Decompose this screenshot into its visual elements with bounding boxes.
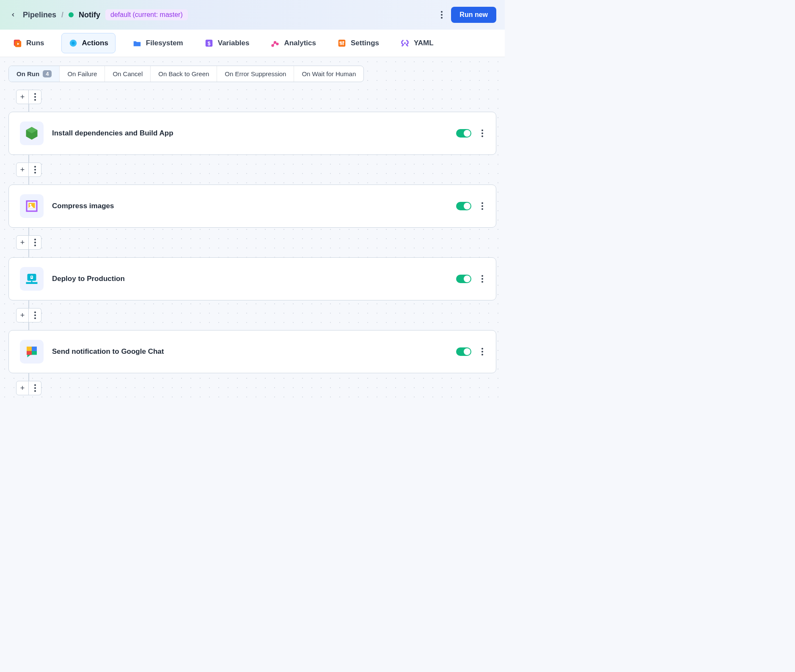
header-more-button[interactable] <box>437 8 446 22</box>
yaml-icon <box>400 39 410 48</box>
add-action-row: + <box>16 235 496 250</box>
action-more-button[interactable] <box>480 273 485 284</box>
svg-rect-33 <box>27 351 32 355</box>
add-action-button[interactable]: + <box>16 235 29 250</box>
action-more-button[interactable] <box>480 346 485 357</box>
tab-actions[interactable]: Actions <box>61 33 116 53</box>
tab-variables[interactable]: $ Variables <box>200 30 254 56</box>
more-vertical-icon <box>441 11 443 19</box>
tab-settings[interactable]: Settings <box>333 30 383 56</box>
trigger-on-error-suppression[interactable]: On Error Suppression <box>217 66 294 82</box>
action-card[interactable]: Compress images <box>8 185 496 228</box>
action-label: Install dependencies and Build App <box>52 129 448 138</box>
more-vertical-icon <box>34 93 36 101</box>
more-vertical-icon <box>481 202 483 210</box>
status-dot-icon <box>69 12 74 17</box>
action-card[interactable]: Install dependencies and Build App <box>8 112 496 155</box>
variables-icon: $ <box>204 39 214 48</box>
more-vertical-icon <box>34 166 36 174</box>
add-action-button[interactable]: + <box>16 308 29 322</box>
add-action-button[interactable]: + <box>16 162 29 177</box>
trigger-on-cancel[interactable]: On Cancel <box>105 66 151 82</box>
tab-yaml[interactable]: YAML <box>396 30 438 56</box>
trigger-tabs: On Run 4 On Failure On Cancel On Back to… <box>8 66 364 82</box>
action-card[interactable]: Deploy to Production <box>8 257 496 300</box>
header: Pipelines / Notify default (current: mas… <box>0 0 505 30</box>
svg-line-10 <box>273 43 275 45</box>
action-enabled-toggle[interactable] <box>456 347 471 356</box>
pipeline-name: Notify <box>79 11 100 19</box>
action-label: Deploy to Production <box>52 275 448 283</box>
breadcrumb: Pipelines / Notify <box>23 11 100 19</box>
add-action-row: + <box>16 162 496 177</box>
add-action-more-button[interactable] <box>29 90 41 104</box>
action-enabled-toggle[interactable] <box>456 129 471 138</box>
svg-point-7 <box>272 44 274 47</box>
content-area: On Run 4 On Failure On Cancel On Back to… <box>0 57 505 404</box>
google-chat-icon <box>20 340 44 364</box>
action-enabled-toggle[interactable] <box>456 202 471 210</box>
runs-icon <box>13 39 22 48</box>
svg-point-16 <box>340 41 341 43</box>
tab-runs[interactable]: Runs <box>8 30 49 56</box>
tab-label: Settings <box>351 39 379 47</box>
actions-flow: + Install dependencies and Build App + C… <box>8 90 496 395</box>
action-more-button[interactable] <box>480 201 485 212</box>
add-action-button[interactable]: + <box>16 90 29 104</box>
action-more-button[interactable] <box>480 128 485 139</box>
svg-rect-31 <box>27 347 32 351</box>
svg-point-28 <box>31 276 33 278</box>
compress-icon <box>20 194 44 218</box>
add-action-row: + <box>16 90 496 104</box>
svg-point-18 <box>343 41 344 43</box>
tab-filesystem[interactable]: Filesystem <box>128 30 187 56</box>
analytics-icon <box>270 39 280 48</box>
branch-selector[interactable]: default (current: master) <box>105 9 188 20</box>
trigger-count-badge: 4 <box>43 70 52 77</box>
more-vertical-icon <box>34 384 36 392</box>
more-vertical-icon <box>34 311 36 319</box>
add-action-row: + <box>16 308 496 322</box>
add-action-more-button[interactable] <box>29 308 41 322</box>
svg-rect-19 <box>404 42 406 44</box>
add-action-button[interactable]: + <box>16 381 29 395</box>
tab-analytics[interactable]: Analytics <box>266 30 320 56</box>
filesystem-icon <box>132 39 142 48</box>
back-button[interactable] <box>8 10 18 19</box>
trigger-on-failure[interactable]: On Failure <box>60 66 105 82</box>
action-enabled-toggle[interactable] <box>456 275 471 283</box>
svg-point-4 <box>72 41 74 44</box>
trigger-label: On Run <box>17 70 39 77</box>
settings-icon <box>337 39 347 48</box>
run-new-button[interactable]: Run new <box>451 7 496 23</box>
trigger-on-wait-for-human[interactable]: On Wait for Human <box>294 66 363 82</box>
breadcrumb-separator: / <box>61 11 63 19</box>
more-vertical-icon <box>34 239 36 246</box>
action-card[interactable]: Send notification to Google Chat <box>8 330 496 373</box>
tab-label: Analytics <box>284 39 316 47</box>
add-action-row: + <box>16 381 496 395</box>
add-action-more-button[interactable] <box>29 381 41 395</box>
more-vertical-icon <box>481 129 483 137</box>
more-vertical-icon <box>481 275 483 283</box>
tab-label: Filesystem <box>146 39 183 47</box>
svg-text:$: $ <box>207 41 210 47</box>
action-label: Compress images <box>52 202 448 210</box>
trigger-on-run[interactable]: On Run 4 <box>9 66 60 82</box>
tabs-nav: Runs Actions Filesystem $ Variables Anal… <box>0 30 505 57</box>
svg-rect-32 <box>32 347 37 351</box>
svg-rect-30 <box>31 281 33 283</box>
trigger-on-back-to-green[interactable]: On Back to Green <box>151 66 217 82</box>
add-action-more-button[interactable] <box>29 235 41 250</box>
more-vertical-icon <box>481 348 483 355</box>
tab-label: YAML <box>414 39 434 47</box>
actions-icon <box>69 39 78 48</box>
tab-label: Actions <box>82 39 108 47</box>
action-label: Send notification to Google Chat <box>52 347 448 356</box>
node-icon <box>20 121 44 145</box>
tab-label: Variables <box>218 39 250 47</box>
breadcrumb-root[interactable]: Pipelines <box>23 11 56 19</box>
deploy-icon <box>20 267 44 291</box>
add-action-more-button[interactable] <box>29 162 41 177</box>
svg-point-17 <box>341 43 343 45</box>
